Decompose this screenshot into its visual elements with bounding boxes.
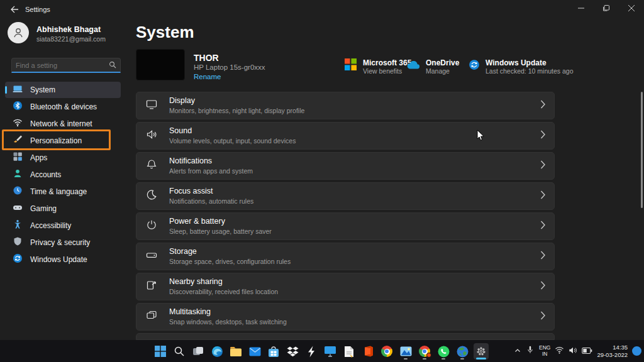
- dropbox-icon[interactable]: [285, 343, 300, 359]
- sidebar-item-label: Windows Update: [30, 255, 87, 264]
- settings-card-power-battery[interactable]: Power & battery Sleep, battery usage, ba…: [136, 212, 555, 240]
- quick-link-subtitle: Manage: [426, 67, 459, 75]
- card-title: Notifications: [169, 156, 253, 167]
- running-indicator: [404, 358, 408, 359]
- maximize-icon[interactable]: [594, 0, 619, 16]
- windows-update-icon: [469, 59, 480, 75]
- whatsapp-icon[interactable]: [436, 343, 451, 359]
- window-title: Settings: [25, 6, 50, 13]
- globe-icon[interactable]: [455, 343, 470, 359]
- microsoft-365-icon: [345, 58, 357, 75]
- quick-link-subtitle: View benefits: [363, 67, 411, 75]
- office-icon[interactable]: [360, 343, 375, 359]
- notification-badge[interactable]: [632, 346, 641, 356]
- sidebar-item-label: Network & internet: [30, 119, 92, 128]
- card-title: Nearby sharing: [169, 277, 278, 287]
- sound-icon: [145, 128, 158, 143]
- quick-link-title: Microsoft 365: [363, 58, 411, 67]
- sidebar-item-gaming[interactable]: Gaming: [5, 200, 121, 217]
- quick-link-microsoft-365[interactable]: Microsoft 365 View benefits: [345, 58, 411, 75]
- settings-card-display[interactable]: Display Monitors, brightness, night ligh…: [136, 92, 555, 119]
- sidebar-item-accessibility[interactable]: Accessibility: [5, 217, 121, 234]
- back-icon[interactable]: [10, 4, 19, 16]
- card-title: Display: [169, 96, 304, 106]
- sidebar-item-bluetooth-devices[interactable]: Bluetooth & devices: [5, 99, 121, 115]
- card-subtitle: Monitors, brightness, night light, displ…: [169, 106, 304, 115]
- selected-indicator: [5, 86, 7, 94]
- battery-icon[interactable]: [582, 346, 592, 357]
- photos-icon[interactable]: [398, 343, 413, 359]
- settings-card-notifications[interactable]: Notifications Alerts from apps and syste…: [136, 152, 555, 180]
- settings-card-multitasking[interactable]: Multitasking Snap windows, desktops, tas…: [136, 303, 555, 331]
- file-explorer-icon[interactable]: [228, 343, 243, 359]
- avatar[interactable]: [8, 22, 29, 43]
- chrome-badged-icon[interactable]: [417, 343, 432, 359]
- settings-card-focus-assist[interactable]: Focus assist Notifications, automatic ru…: [136, 182, 555, 210]
- card-subtitle: Discoverability, received files location: [169, 287, 278, 296]
- chevron-right-icon: [540, 100, 545, 111]
- chrome-icon[interactable]: [379, 343, 394, 359]
- sidebar-item-label: Bluetooth & devices: [30, 102, 97, 111]
- search-icon[interactable]: [172, 343, 187, 359]
- onedrive-icon: [406, 60, 420, 75]
- chevron-up-icon[interactable]: [514, 346, 521, 357]
- accessibility-icon: [13, 219, 23, 232]
- language-indicator[interactable]: ENG IN: [539, 345, 550, 358]
- settings-card-sound[interactable]: Sound Volume levels, output, input, soun…: [136, 122, 555, 150]
- settings-gear-icon[interactable]: [474, 343, 489, 359]
- settings-card-partial[interactable]: [136, 333, 555, 340]
- clock[interactable]: 14:35 29-03-2022: [597, 344, 628, 359]
- running-indicator: [441, 358, 445, 359]
- rename-link[interactable]: Rename: [194, 73, 221, 80]
- nearby-sharing-icon: [145, 279, 158, 294]
- sidebar-item-time-language[interactable]: Time & language: [5, 184, 121, 200]
- edge-icon[interactable]: [209, 343, 225, 359]
- quick-link-windows-update[interactable]: Windows Update Last checked: 10 minutes …: [469, 58, 574, 75]
- network-icon: [13, 118, 23, 130]
- settings-card-nearby-sharing[interactable]: Nearby sharing Discoverability, received…: [136, 273, 555, 300]
- minimize-icon[interactable]: [569, 0, 594, 16]
- sidebar-item-windows-update[interactable]: Windows Update: [5, 251, 121, 268]
- quick-link-onedrive[interactable]: OneDrive Manage: [406, 58, 459, 75]
- chevron-right-icon: [540, 311, 545, 322]
- wifi-icon[interactable]: [555, 346, 564, 357]
- display-icon: [145, 98, 158, 113]
- sidebar-item-system[interactable]: System: [5, 82, 121, 98]
- annotation-highlight: [2, 129, 111, 150]
- settings-card-storage[interactable]: Storage Storage space, drives, configura…: [136, 243, 555, 270]
- chevron-right-icon: [540, 221, 545, 232]
- monitor-icon[interactable]: [323, 343, 338, 359]
- sidebar-item-apps[interactable]: Apps: [5, 150, 121, 166]
- quick-link-title: OneDrive: [426, 58, 459, 67]
- scrollbar[interactable]: [641, 92, 643, 208]
- running-indicator: [423, 358, 426, 359]
- volume-icon[interactable]: [569, 346, 577, 357]
- task-view-icon[interactable]: [191, 343, 206, 359]
- chevron-right-icon: [540, 130, 545, 141]
- store-icon[interactable]: [266, 343, 281, 359]
- zap-icon[interactable]: [304, 343, 319, 359]
- chevron-right-icon: [540, 281, 545, 292]
- user-name: Abhishek Bhagat: [36, 25, 101, 34]
- search-input[interactable]: [16, 62, 109, 69]
- document-icon[interactable]: [341, 343, 357, 359]
- mail-icon[interactable]: [247, 343, 262, 359]
- accounts-icon: [13, 168, 23, 181]
- search-box[interactable]: [11, 58, 121, 73]
- search-icon[interactable]: [109, 60, 116, 71]
- card-title: Storage: [169, 246, 291, 257]
- clock-date: 29-03-2022: [597, 351, 628, 359]
- card-title: Sound: [169, 126, 296, 136]
- sidebar-item-accounts[interactable]: Accounts: [5, 167, 121, 183]
- microphone-icon[interactable]: [526, 345, 535, 357]
- taskbar: ENG IN 14:35 29-03-2022: [0, 340, 644, 362]
- sidebar-item-privacy-security[interactable]: Privacy & security: [5, 234, 121, 251]
- start-icon[interactable]: [153, 343, 168, 359]
- window-controls: [569, 0, 644, 16]
- close-icon[interactable]: [619, 0, 644, 16]
- bluetooth-icon: [13, 101, 23, 113]
- mouse-cursor: [477, 129, 485, 144]
- chevron-right-icon: [540, 190, 545, 202]
- sidebar: Abhishek Bhagat siata83221@gmail.com Sys…: [0, 18, 126, 340]
- card-subtitle: Snap windows, desktops, task switching: [169, 317, 287, 326]
